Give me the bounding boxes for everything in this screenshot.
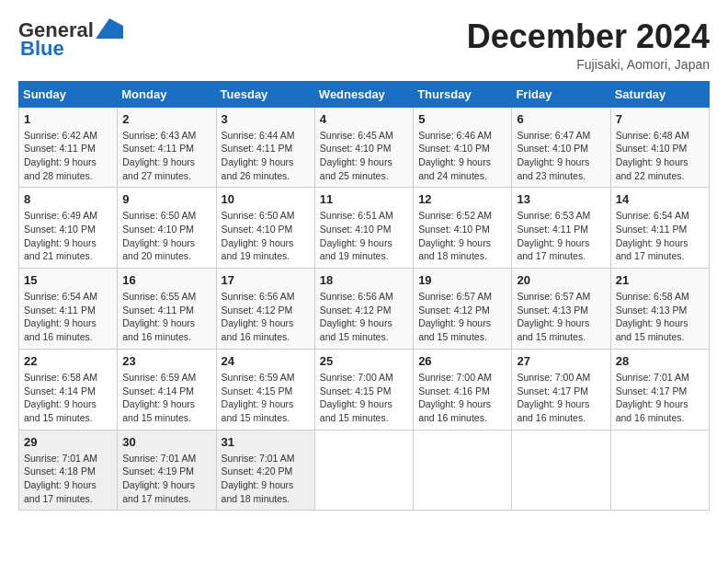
day-info: Sunrise: 6:42 AMSunset: 4:11 PMDaylight:…	[24, 129, 112, 183]
location-subtitle: Fujisaki, Aomori, Japan	[467, 57, 710, 72]
calendar-cell: 7Sunrise: 6:48 AMSunset: 4:10 PMDaylight…	[610, 107, 709, 188]
day-header-thursday: Thursday	[414, 81, 512, 107]
calendar-cell: 17Sunrise: 6:56 AMSunset: 4:12 PMDayligh…	[216, 269, 314, 350]
day-info: Sunrise: 6:59 AMSunset: 4:14 PMDaylight:…	[122, 371, 210, 425]
calendar-cell: 14Sunrise: 6:54 AMSunset: 4:11 PMDayligh…	[610, 188, 709, 269]
calendar-cell	[512, 430, 610, 511]
calendar-cell: 23Sunrise: 6:59 AMSunset: 4:14 PMDayligh…	[118, 349, 216, 430]
day-header-wednesday: Wednesday	[314, 81, 413, 107]
day-number: 6	[517, 112, 605, 126]
day-info: Sunrise: 6:50 AMSunset: 4:10 PMDaylight:…	[222, 209, 310, 263]
month-title: December 2024	[467, 18, 710, 55]
day-number: 14	[616, 192, 704, 206]
calendar-cell: 5Sunrise: 6:46 AMSunset: 4:10 PMDaylight…	[414, 107, 512, 188]
day-number: 27	[517, 354, 605, 368]
day-info: Sunrise: 7:00 AMSunset: 4:17 PMDaylight:…	[517, 371, 605, 425]
day-number: 15	[24, 273, 112, 287]
day-info: Sunrise: 6:55 AMSunset: 4:11 PMDaylight:…	[122, 290, 210, 344]
day-number: 11	[320, 192, 408, 206]
day-info: Sunrise: 6:59 AMSunset: 4:15 PMDaylight:…	[222, 371, 310, 425]
day-number: 26	[418, 354, 506, 368]
calendar-cell: 31Sunrise: 7:01 AMSunset: 4:20 PMDayligh…	[216, 430, 314, 511]
calendar-cell: 11Sunrise: 6:51 AMSunset: 4:10 PMDayligh…	[314, 188, 413, 269]
calendar-cell	[610, 430, 709, 511]
day-number: 9	[122, 192, 210, 206]
day-number: 10	[222, 192, 310, 206]
calendar-week-row: 15Sunrise: 6:54 AMSunset: 4:11 PMDayligh…	[19, 269, 710, 350]
calendar-cell: 9Sunrise: 6:50 AMSunset: 4:10 PMDaylight…	[118, 188, 216, 269]
day-number: 21	[616, 273, 704, 287]
calendar-cell: 24Sunrise: 6:59 AMSunset: 4:15 PMDayligh…	[216, 349, 314, 430]
calendar-cell: 12Sunrise: 6:52 AMSunset: 4:10 PMDayligh…	[414, 188, 512, 269]
title-block: December 2024 Fujisaki, Aomori, Japan	[467, 18, 710, 72]
day-info: Sunrise: 6:54 AMSunset: 4:11 PMDaylight:…	[24, 290, 112, 344]
calendar-cell: 22Sunrise: 6:58 AMSunset: 4:14 PMDayligh…	[19, 349, 118, 430]
calendar-cell: 20Sunrise: 6:57 AMSunset: 4:13 PMDayligh…	[512, 269, 610, 350]
day-number: 19	[418, 273, 506, 287]
day-number: 16	[122, 273, 210, 287]
day-number: 24	[222, 354, 310, 368]
logo: General Blue	[18, 18, 123, 61]
day-number: 31	[222, 435, 310, 449]
day-info: Sunrise: 6:58 AMSunset: 4:14 PMDaylight:…	[24, 371, 112, 425]
day-info: Sunrise: 6:45 AMSunset: 4:10 PMDaylight:…	[320, 129, 408, 183]
calendar-cell: 1Sunrise: 6:42 AMSunset: 4:11 PMDaylight…	[19, 107, 118, 188]
day-info: Sunrise: 7:00 AMSunset: 4:15 PMDaylight:…	[320, 371, 408, 425]
day-info: Sunrise: 6:47 AMSunset: 4:10 PMDaylight:…	[517, 129, 605, 183]
calendar-cell: 4Sunrise: 6:45 AMSunset: 4:10 PMDaylight…	[314, 107, 413, 188]
calendar-cell: 19Sunrise: 6:57 AMSunset: 4:12 PMDayligh…	[414, 269, 512, 350]
calendar-cell: 3Sunrise: 6:44 AMSunset: 4:11 PMDaylight…	[216, 107, 314, 188]
day-info: Sunrise: 7:01 AMSunset: 4:19 PMDaylight:…	[122, 452, 210, 506]
logo-icon	[96, 18, 123, 39]
day-info: Sunrise: 6:54 AMSunset: 4:11 PMDaylight:…	[616, 209, 704, 263]
day-header-monday: Monday	[118, 81, 216, 107]
day-number: 22	[24, 354, 112, 368]
calendar-cell: 15Sunrise: 6:54 AMSunset: 4:11 PMDayligh…	[19, 269, 118, 350]
day-number: 29	[24, 435, 112, 449]
day-number: 20	[517, 273, 605, 287]
day-number: 12	[418, 192, 506, 206]
day-header-tuesday: Tuesday	[216, 81, 314, 107]
page-header: General Blue December 2024 Fujisaki, Aom…	[18, 18, 710, 72]
calendar-week-row: 8Sunrise: 6:49 AMSunset: 4:10 PMDaylight…	[19, 188, 710, 269]
calendar-table: SundayMondayTuesdayWednesdayThursdayFrid…	[18, 81, 710, 511]
calendar-cell: 28Sunrise: 7:01 AMSunset: 4:17 PMDayligh…	[610, 349, 709, 430]
calendar-week-row: 29Sunrise: 7:01 AMSunset: 4:18 PMDayligh…	[19, 430, 710, 511]
day-info: Sunrise: 6:48 AMSunset: 4:10 PMDaylight:…	[616, 129, 704, 183]
calendar-week-row: 22Sunrise: 6:58 AMSunset: 4:14 PMDayligh…	[19, 349, 710, 430]
day-info: Sunrise: 6:57 AMSunset: 4:12 PMDaylight:…	[418, 290, 506, 344]
day-info: Sunrise: 6:57 AMSunset: 4:13 PMDaylight:…	[517, 290, 605, 344]
calendar-cell: 25Sunrise: 7:00 AMSunset: 4:15 PMDayligh…	[314, 349, 413, 430]
day-info: Sunrise: 6:46 AMSunset: 4:10 PMDaylight:…	[418, 129, 506, 183]
day-number: 4	[320, 112, 408, 126]
calendar-cell: 13Sunrise: 6:53 AMSunset: 4:11 PMDayligh…	[512, 188, 610, 269]
day-header-saturday: Saturday	[610, 81, 709, 107]
calendar-cell: 27Sunrise: 7:00 AMSunset: 4:17 PMDayligh…	[512, 349, 610, 430]
day-number: 23	[122, 354, 210, 368]
day-info: Sunrise: 6:56 AMSunset: 4:12 PMDaylight:…	[320, 290, 408, 344]
svg-marker-0	[96, 18, 123, 39]
day-header-friday: Friday	[512, 81, 610, 107]
day-info: Sunrise: 6:49 AMSunset: 4:10 PMDaylight:…	[24, 209, 112, 263]
day-info: Sunrise: 6:52 AMSunset: 4:10 PMDaylight:…	[418, 209, 506, 263]
day-number: 7	[616, 112, 704, 126]
day-number: 30	[122, 435, 210, 449]
calendar-cell: 30Sunrise: 7:01 AMSunset: 4:19 PMDayligh…	[118, 430, 216, 511]
day-info: Sunrise: 7:01 AMSunset: 4:17 PMDaylight:…	[616, 371, 704, 425]
day-number: 25	[320, 354, 408, 368]
day-number: 2	[122, 112, 210, 126]
calendar-week-row: 1Sunrise: 6:42 AMSunset: 4:11 PMDaylight…	[19, 107, 710, 188]
logo-blue: Blue	[20, 37, 64, 61]
day-number: 13	[517, 192, 605, 206]
calendar-cell: 26Sunrise: 7:00 AMSunset: 4:16 PMDayligh…	[414, 349, 512, 430]
calendar-cell: 16Sunrise: 6:55 AMSunset: 4:11 PMDayligh…	[118, 269, 216, 350]
calendar-cell	[414, 430, 512, 511]
day-info: Sunrise: 6:53 AMSunset: 4:11 PMDaylight:…	[517, 209, 605, 263]
calendar-cell	[314, 430, 413, 511]
calendar-cell: 8Sunrise: 6:49 AMSunset: 4:10 PMDaylight…	[19, 188, 118, 269]
day-info: Sunrise: 6:58 AMSunset: 4:13 PMDaylight:…	[616, 290, 704, 344]
day-info: Sunrise: 6:43 AMSunset: 4:11 PMDaylight:…	[122, 129, 210, 183]
day-number: 3	[222, 112, 310, 126]
day-info: Sunrise: 6:51 AMSunset: 4:10 PMDaylight:…	[320, 209, 408, 263]
calendar-cell: 29Sunrise: 7:01 AMSunset: 4:18 PMDayligh…	[19, 430, 118, 511]
